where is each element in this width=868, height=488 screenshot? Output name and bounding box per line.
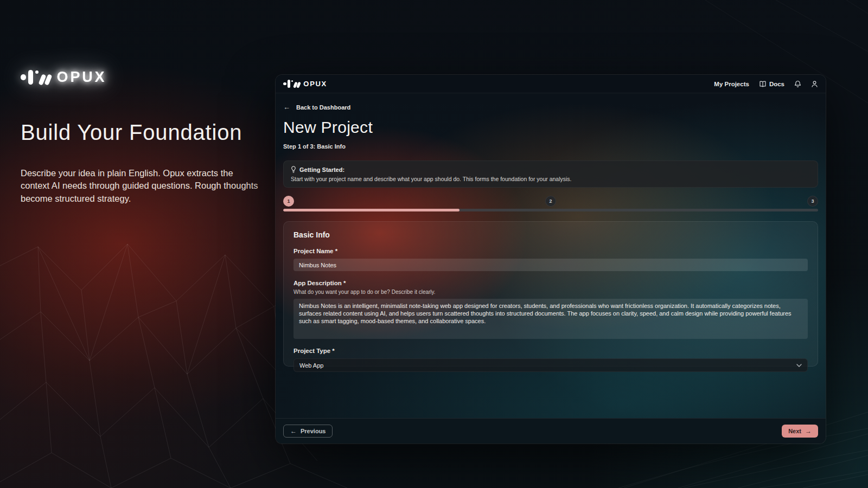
app-header-brand[interactable]: OPUX: [283, 80, 327, 88]
user-icon[interactable]: [811, 80, 818, 88]
wizard-footer: ← Previous Next →: [276, 418, 826, 444]
app-header-nav: My Projects Docs: [714, 80, 818, 88]
app-logo-text: OPUX: [303, 80, 327, 88]
app-description-help: What do you want your app to do or be? D…: [293, 289, 808, 295]
hero-logo-text: OPUX: [57, 69, 107, 86]
back-to-dashboard-link[interactable]: ← Back to Dashboard: [283, 103, 350, 111]
app-header: OPUX My Projects Docs: [276, 75, 826, 93]
step-marker-3[interactable]: 3: [807, 196, 818, 207]
nav-docs[interactable]: Docs: [759, 81, 784, 87]
step-marker-2[interactable]: 2: [545, 196, 556, 207]
callout-body: Start with your project name and describ…: [291, 176, 810, 182]
next-button[interactable]: Next →: [782, 425, 818, 438]
hero-brand: OPUX: [21, 69, 106, 86]
app-description-label: App Description *: [293, 280, 808, 286]
project-name-label: Project Name *: [293, 248, 808, 254]
section-title: Basic Info: [293, 230, 808, 239]
step-indicators: 1 2 3: [283, 196, 818, 207]
progress-bar-fill: [283, 209, 459, 211]
getting-started-callout: Getting Started: Start with your project…: [283, 160, 818, 188]
app-description-textarea[interactable]: Nimbus Notes is an intelligent, minimali…: [293, 299, 808, 339]
step-marker-1[interactable]: 1: [283, 196, 294, 207]
project-type-label: Project Type *: [293, 348, 808, 354]
nav-my-projects[interactable]: My Projects: [714, 81, 749, 87]
left-arrow-icon: ←: [283, 103, 290, 111]
basic-info-card: Basic Info Project Name * App Descriptio…: [283, 221, 818, 367]
progress-bar-track: [283, 209, 818, 211]
page-title: New Project: [283, 118, 818, 137]
callout-title-row: Getting Started:: [291, 166, 810, 173]
hero-description: Describe your idea in plain English. Opu…: [21, 167, 264, 205]
project-type-value: Web App: [299, 362, 323, 369]
hero-headline: Build Your Foundation: [21, 120, 242, 145]
book-icon: [759, 81, 767, 87]
opux-logo-icon: [283, 80, 299, 88]
right-arrow-icon: →: [805, 427, 812, 435]
opux-logo-icon: [21, 70, 50, 85]
app-window: OPUX My Projects Docs: [276, 75, 826, 444]
step-caption: Step 1 of 3: Basic Info: [283, 143, 818, 150]
chevron-down-icon: [796, 364, 802, 367]
previous-button[interactable]: ← Previous: [283, 425, 333, 438]
project-type-select[interactable]: Web App: [293, 358, 808, 372]
left-arrow-icon: ←: [290, 427, 297, 435]
app-content: ← Back to Dashboard New Project Step 1 o…: [276, 93, 826, 418]
bell-icon[interactable]: [794, 80, 801, 88]
lightbulb-icon: [291, 166, 296, 173]
project-name-input[interactable]: [293, 259, 808, 271]
